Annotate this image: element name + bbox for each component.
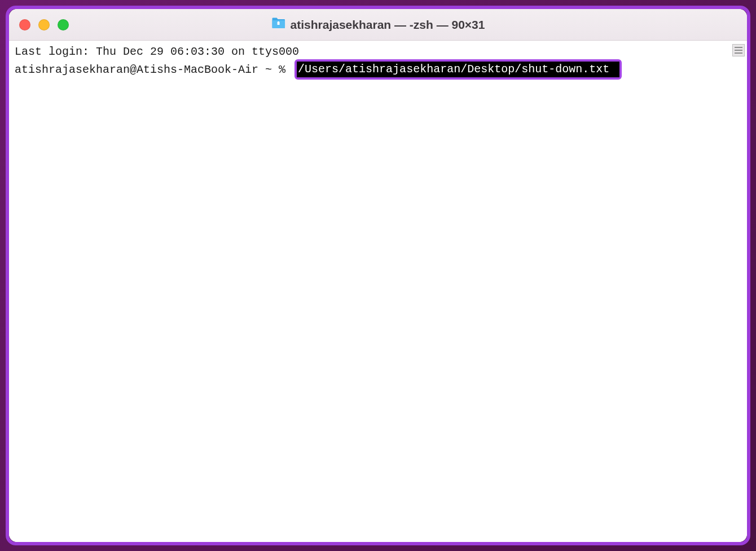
window-titlebar[interactable]: atishrajasekharan — -zsh — 90×31: [9, 9, 747, 41]
window-title-text: atishrajasekharan — -zsh — 90×31: [291, 18, 485, 32]
close-button[interactable]: [19, 19, 30, 30]
minimize-button[interactable]: [38, 19, 50, 30]
window-title: atishrajasekharan — -zsh — 90×31: [271, 17, 485, 32]
scroll-indicator-icon[interactable]: [732, 44, 745, 56]
command-input-path[interactable]: /Users/atishrajasekharan/Desktop/shut-do…: [297, 62, 619, 77]
terminal-content-area[interactable]: Last login: Thu Dec 29 06:03:30 on ttys0…: [9, 41, 747, 542]
highlight-annotation: /Users/atishrajasekharan/Desktop/shut-do…: [295, 59, 622, 80]
prompt-line: atishrajasekharan@Atishs-MacBook-Air ~ %…: [15, 59, 741, 80]
outer-decorative-frame: atishrajasekharan — -zsh — 90×31 Last lo…: [6, 6, 750, 545]
maximize-button[interactable]: [58, 19, 69, 30]
folder-icon: [271, 17, 286, 32]
last-login-line: Last login: Thu Dec 29 06:03:30 on ttys0…: [15, 44, 741, 59]
terminal-window: atishrajasekharan — -zsh — 90×31 Last lo…: [9, 9, 747, 542]
traffic-lights: [19, 19, 69, 30]
shell-prompt: atishrajasekharan@Atishs-MacBook-Air ~ %: [15, 62, 292, 77]
